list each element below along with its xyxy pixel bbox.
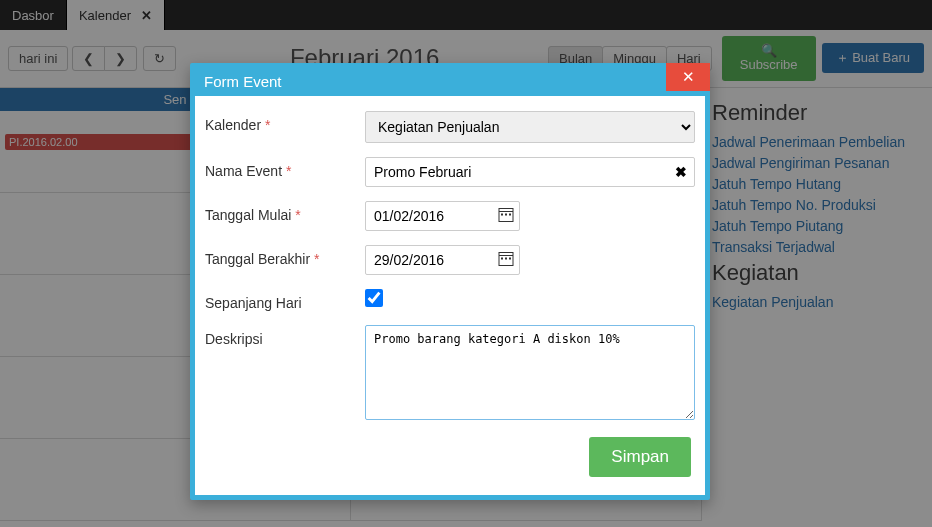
modal-body: Kalender * Kegiatan Penjualan Nama Event…: [195, 95, 705, 495]
sepanjang-hari-checkbox[interactable]: [365, 289, 383, 307]
deskripsi-textarea[interactable]: [365, 325, 695, 420]
tanggal-mulai-input[interactable]: [365, 201, 520, 231]
nama-event-input[interactable]: [365, 157, 695, 187]
deskripsi-label: Deskripsi: [205, 325, 365, 347]
kalender-select[interactable]: Kegiatan Penjualan: [365, 111, 695, 143]
nama-event-label: Nama Event *: [205, 157, 365, 179]
kalender-label: Kalender *: [205, 111, 365, 133]
required-marker: *: [286, 163, 291, 179]
tanggal-mulai-label: Tanggal Mulai *: [205, 201, 365, 223]
sepanjang-hari-label: Sepanjang Hari: [205, 289, 365, 311]
required-marker: *: [265, 117, 270, 133]
clear-icon[interactable]: ✖: [675, 164, 687, 180]
tanggal-berakhir-input[interactable]: [365, 245, 520, 275]
modal-close-button[interactable]: ✕: [666, 63, 710, 91]
form-event-modal: Form Event ✕ Kalender * Kegiatan Penjual…: [190, 63, 710, 500]
required-marker: *: [314, 251, 319, 267]
tanggal-berakhir-label: Tanggal Berakhir *: [205, 245, 365, 267]
simpan-button[interactable]: Simpan: [589, 437, 691, 477]
required-marker: *: [295, 207, 300, 223]
modal-title: Form Event: [194, 67, 706, 96]
